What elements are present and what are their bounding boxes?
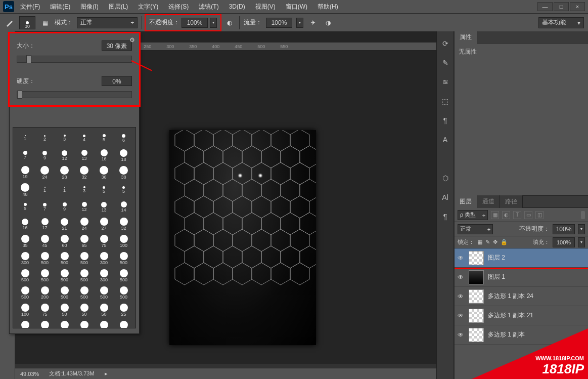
visibility-icon[interactable]: 👁 (458, 312, 465, 319)
layer-name-label[interactable]: 多边形 1 副本 (488, 330, 525, 339)
brush-preset[interactable]: 500 (74, 250, 94, 267)
brush-preset[interactable]: 32 (114, 216, 133, 233)
history-icon[interactable]: ⟳ (440, 38, 450, 49)
brush-preset[interactable]: 3 (55, 130, 74, 147)
pressure-size-icon[interactable]: ◑ (323, 17, 334, 28)
brush-preset[interactable]: 25 (35, 319, 55, 328)
layer-row[interactable]: 👁图层 2 (455, 248, 588, 268)
brush-preset[interactable]: 300 (94, 267, 114, 284)
airbrush-icon[interactable]: ✈ (307, 17, 319, 28)
brush-preset[interactable]: 25 (114, 302, 133, 319)
character-icon[interactable]: A (440, 135, 450, 145)
brush-preset[interactable]: 13 (94, 198, 114, 216)
brush-preset[interactable]: 5 (94, 130, 114, 147)
brush-preset[interactable]: 300 (94, 250, 114, 267)
brush-preset[interactable]: 24 (35, 164, 55, 181)
filter-type-icon[interactable]: T (513, 211, 521, 219)
filter-shape-icon[interactable]: ▭ (524, 211, 532, 219)
visibility-icon[interactable]: 👁 (458, 255, 465, 262)
brush-preset[interactable]: 500 (114, 250, 133, 267)
brush-preset[interactable]: 14 (114, 198, 133, 216)
brush-preset[interactable]: 200 (35, 284, 55, 302)
brush-preset[interactable]: 7 (15, 147, 35, 164)
close-button[interactable]: × (570, 2, 585, 11)
brush-preset[interactable]: 500 (114, 267, 133, 284)
tab-properties[interactable]: 属性 (455, 31, 477, 44)
menu-layer[interactable]: 图层(L) (105, 1, 132, 13)
tab-layers[interactable]: 图层 (455, 195, 477, 208)
visibility-icon[interactable]: 👁 (458, 293, 465, 300)
brush-preset[interactable]: 32 (74, 164, 94, 181)
brush-preset-picker[interactable]: 30 (19, 16, 35, 29)
brush-preset[interactable]: 25 (94, 319, 114, 328)
brush-popup-gear-icon[interactable]: ⚙ (128, 36, 136, 45)
brush-preset[interactable]: 6 (114, 130, 133, 147)
canvas[interactable] (169, 130, 316, 345)
menu-help[interactable]: 帮助(H) (313, 1, 342, 13)
layer-thumbnail[interactable] (469, 289, 484, 304)
brush-preset[interactable]: 27 (94, 216, 114, 233)
brush-preset[interactable]: 500 (55, 267, 74, 284)
filter-adjust-icon[interactable]: ◐ (502, 211, 510, 219)
brush-preset[interactable]: 17 (35, 216, 55, 233)
lock-transparent-icon[interactable]: ▦ (477, 239, 482, 245)
brush-icon[interactable]: ✎ (440, 58, 450, 68)
brush-preset[interactable]: 45 (35, 233, 55, 250)
brush-preset[interactable]: 5 (114, 181, 133, 198)
opacity-dropdown-icon[interactable]: ▾ (210, 18, 217, 28)
menu-image[interactable]: 图像(I) (76, 1, 102, 13)
brush-preset[interactable]: 50 (74, 302, 94, 319)
filter-pixel-icon[interactable]: ▦ (491, 211, 499, 219)
brush-hardness-slider[interactable] (17, 91, 132, 98)
lock-image-icon[interactable]: ✎ (485, 239, 490, 245)
layer-thumbnail[interactable] (469, 309, 484, 323)
layer-fill-arrow[interactable]: ▾ (578, 237, 585, 247)
lock-all-icon[interactable]: 🔒 (501, 239, 508, 245)
brush-preset[interactable]: 500 (94, 284, 114, 302)
layer-row[interactable]: 👁多边形 1 副本 (455, 325, 588, 345)
brush-presets-icon[interactable]: ≋ (440, 77, 450, 87)
brush-preset[interactable]: 36 (94, 164, 114, 181)
layer-thumbnail[interactable] (469, 270, 484, 284)
tab-channels[interactable]: 通道 (477, 195, 500, 208)
brush-preset[interactable]: 21 (55, 216, 74, 233)
brush-preset[interactable]: 2 (35, 130, 55, 147)
brush-preset[interactable]: 500 (74, 284, 94, 302)
brush-preset[interactable]: 75 (35, 302, 55, 319)
filter-smart-icon[interactable]: ◫ (535, 211, 544, 219)
brush-preset[interactable]: 19 (15, 164, 35, 181)
menu-3d[interactable]: 3D(D) (225, 2, 249, 12)
layer-row[interactable]: 👁图层 1 (455, 268, 588, 287)
brush-size-field[interactable]: 30 像素 (102, 40, 132, 51)
brush-preset[interactable]: 3 (74, 181, 94, 198)
brush-preset[interactable]: 4 (74, 130, 94, 147)
menu-view[interactable]: 视图(V) (251, 1, 280, 13)
layer-name-label[interactable]: 图层 2 (488, 254, 505, 262)
menu-file[interactable]: 文件(F) (16, 1, 44, 13)
menu-edit[interactable]: 编辑(E) (46, 1, 74, 13)
brush-preset[interactable]: 65 (74, 233, 94, 250)
brush-preset[interactable]: 60 (55, 233, 74, 250)
brush-preset[interactable]: 137 (55, 319, 74, 328)
menu-type[interactable]: 文字(Y) (134, 1, 162, 13)
brush-preset[interactable]: 75 (94, 233, 114, 250)
brush-preset[interactable]: 48 (15, 181, 35, 198)
workspace-switcher[interactable]: 基本功能▾ (538, 17, 584, 28)
layer-name-label[interactable]: 图层 1 (488, 273, 505, 281)
tab-paths[interactable]: 路径 (500, 195, 523, 208)
layer-thumbnail[interactable] (469, 328, 484, 342)
brush-preset[interactable]: 25 (74, 319, 94, 328)
menu-select[interactable]: 选择(S) (164, 1, 193, 13)
blend-mode-dropdown[interactable]: 正常÷ (77, 17, 138, 28)
brush-preset[interactable]: 13 (74, 147, 94, 164)
layer-opacity-field[interactable]: 100% (553, 224, 575, 234)
zoom-level[interactable]: 49.03% (20, 371, 39, 377)
pilcrow-icon[interactable]: ¶ (440, 212, 450, 222)
brush-preset[interactable]: 9 (35, 147, 55, 164)
status-arrow-icon[interactable]: ▸ (105, 370, 108, 377)
brush-preset[interactable]: 100 (114, 319, 133, 328)
brush-preset[interactable]: 18 (114, 147, 133, 164)
brush-panel-toggle-icon[interactable]: ▦ (39, 17, 51, 28)
brush-preset[interactable]: 1 (15, 130, 35, 147)
brush-preset[interactable]: 12 (74, 198, 94, 216)
